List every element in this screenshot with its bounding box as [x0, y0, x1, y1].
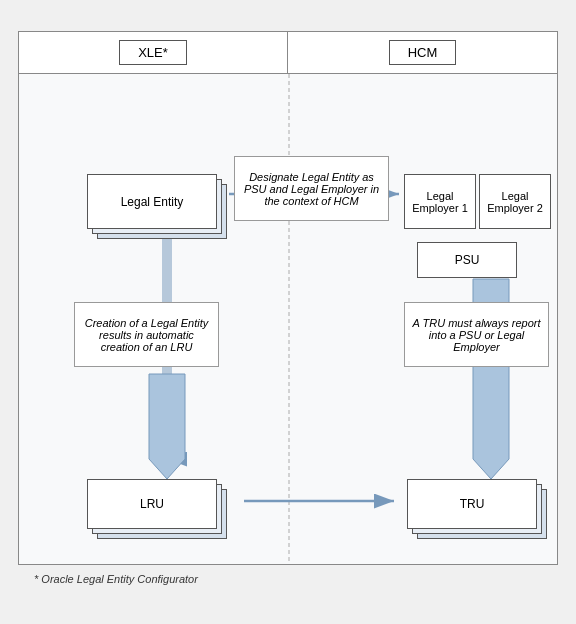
- hcm-header-cell: HCM: [288, 32, 557, 73]
- xle-header-cell: XLE*: [19, 32, 288, 73]
- creation-note-text: Creation of a Legal Entity results in au…: [81, 317, 212, 353]
- footer: * Oracle Legal Entity Configurator: [18, 565, 558, 593]
- diagram-area: Legal Entity Designate Legal Entity as P…: [19, 74, 557, 564]
- tru-inner: TRU: [407, 479, 537, 529]
- main-container: XLE* HCM: [18, 31, 558, 565]
- legal-entity-box: Legal Entity: [87, 174, 217, 229]
- tru-label: TRU: [460, 497, 485, 511]
- legal-entity-label: Legal Entity: [121, 195, 184, 209]
- svg-marker-6: [149, 374, 185, 479]
- hcm-label: HCM: [389, 40, 457, 65]
- legal-employer1-label: Legal Employer 1: [405, 190, 475, 214]
- lru-box: LRU: [87, 479, 217, 529]
- tru-box: TRU: [407, 479, 537, 529]
- creation-note: Creation of a Legal Entity results in au…: [74, 302, 219, 367]
- lru-label: LRU: [140, 497, 164, 511]
- designate-note-text: Designate Legal Entity as PSU and Legal …: [241, 171, 382, 207]
- legal-entity-inner: Legal Entity: [87, 174, 217, 229]
- header-row: XLE* HCM: [19, 32, 557, 74]
- xle-label: XLE*: [119, 40, 187, 65]
- lru-inner: LRU: [87, 479, 217, 529]
- tru-note: A TRU must always report into a PSU or L…: [404, 302, 549, 367]
- psu-label: PSU: [455, 253, 480, 267]
- tru-note-text: A TRU must always report into a PSU or L…: [411, 317, 542, 353]
- footer-text: * Oracle Legal Entity Configurator: [34, 573, 198, 585]
- psu-box: PSU: [417, 242, 517, 278]
- legal-employer2-label: Legal Employer 2: [480, 190, 550, 214]
- legal-employer1-box: Legal Employer 1: [404, 174, 476, 229]
- legal-employer2-box: Legal Employer 2: [479, 174, 551, 229]
- designate-note: Designate Legal Entity as PSU and Legal …: [234, 156, 389, 221]
